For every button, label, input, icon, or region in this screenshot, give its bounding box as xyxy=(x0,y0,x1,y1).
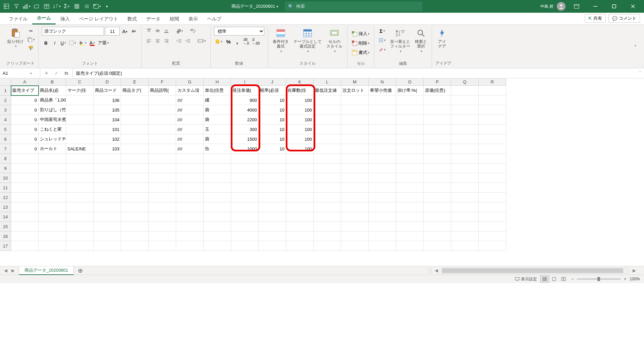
hscroll-right[interactable]: ▶ xyxy=(631,268,637,274)
cell[interactable] xyxy=(149,163,176,173)
maximize-button[interactable] xyxy=(606,0,622,13)
cell[interactable]: //// xyxy=(176,125,204,134)
page-layout-view-button[interactable] xyxy=(550,276,558,282)
cell[interactable] xyxy=(94,163,121,173)
cell[interactable] xyxy=(94,154,121,163)
cell[interactable] xyxy=(369,212,396,222)
cell[interactable] xyxy=(479,241,506,251)
cell[interactable] xyxy=(479,212,506,222)
cell[interactable] xyxy=(121,163,149,173)
hscroll-left[interactable]: ◀ xyxy=(433,268,439,274)
cell[interactable] xyxy=(341,163,369,173)
sheet-nav-prev[interactable]: ◀ xyxy=(3,268,9,274)
accounting-format-button[interactable]: 🪙▾ xyxy=(214,38,224,46)
col-header-C[interactable]: C xyxy=(66,78,94,86)
cell[interactable] xyxy=(286,212,314,222)
cell[interactable]: 102 xyxy=(94,134,121,144)
cell[interactable] xyxy=(396,163,424,173)
cell-reference-input[interactable] xyxy=(3,71,30,76)
cell[interactable]: こねくと家 リング xyxy=(39,125,66,134)
cell[interactable]: 103 xyxy=(94,144,121,154)
cell[interactable] xyxy=(231,212,259,222)
add-sheet-button[interactable]: ⊕ xyxy=(76,266,85,275)
cell[interactable] xyxy=(314,144,341,154)
cell[interactable]: 商品名(必 xyxy=(39,86,66,95)
col-header-L[interactable]: L xyxy=(314,78,341,86)
cell[interactable] xyxy=(11,212,39,222)
row-header-14[interactable]: 14 xyxy=(0,212,11,222)
cell[interactable] xyxy=(479,163,506,173)
cell[interactable] xyxy=(176,154,204,163)
cell[interactable] xyxy=(341,193,369,202)
col-header-A[interactable]: A xyxy=(11,78,39,86)
cancel-formula-button[interactable]: ✕ xyxy=(42,69,50,77)
cell[interactable] xyxy=(149,134,176,144)
cell[interactable] xyxy=(424,154,451,163)
cell[interactable]: //// xyxy=(176,105,204,115)
cell[interactable] xyxy=(204,241,231,251)
cell[interactable]: 10 xyxy=(259,95,286,105)
qat-table-icon[interactable] xyxy=(42,2,51,11)
cell[interactable] xyxy=(369,222,396,231)
col-header-B[interactable]: B xyxy=(39,78,66,86)
cell[interactable]: 商品コード xyxy=(94,86,121,95)
cell[interactable]: 106 xyxy=(94,95,121,105)
select-all-button[interactable] xyxy=(0,78,11,86)
cell[interactable] xyxy=(369,154,396,163)
zoom-slider[interactable] xyxy=(577,278,621,280)
qat-open-icon[interactable] xyxy=(32,2,41,11)
cell[interactable] xyxy=(259,212,286,222)
hscroll-thumb[interactable] xyxy=(442,268,623,273)
cell[interactable] xyxy=(176,163,204,173)
cell[interactable] xyxy=(341,202,369,212)
cells-area[interactable]: 販売タイプ商品名(必マーク(任商品コード商品タグ(商品説明(カスタム項単位(任意… xyxy=(11,86,506,251)
cut-button[interactable]: ✂ xyxy=(27,27,35,35)
cell[interactable] xyxy=(176,212,204,222)
cell[interactable]: 玉 xyxy=(204,125,231,134)
cell[interactable] xyxy=(424,212,451,222)
cell[interactable] xyxy=(396,212,424,222)
cell[interactable]: SALE/NE xyxy=(66,144,94,154)
cell[interactable] xyxy=(314,125,341,134)
cell[interactable] xyxy=(396,173,424,183)
cell[interactable] xyxy=(424,173,451,183)
cell[interactable]: //// xyxy=(176,134,204,144)
cell[interactable] xyxy=(341,173,369,183)
cell[interactable] xyxy=(424,241,451,251)
cell[interactable] xyxy=(149,125,176,134)
row-header-9[interactable]: 9 xyxy=(0,163,11,173)
tab-表示[interactable]: 表示 xyxy=(184,14,203,24)
cell[interactable] xyxy=(204,154,231,163)
cell[interactable] xyxy=(176,173,204,183)
cell[interactable] xyxy=(396,105,424,115)
cell[interactable] xyxy=(66,95,94,105)
cell[interactable] xyxy=(451,125,479,134)
cell[interactable] xyxy=(451,154,479,163)
cell[interactable] xyxy=(451,183,479,193)
copy-button[interactable]: ▾ xyxy=(27,36,35,44)
qat-chart-icon[interactable]: ▾ xyxy=(22,2,31,11)
cell[interactable]: 10 xyxy=(259,134,286,144)
zoom-level[interactable]: 100% xyxy=(630,277,640,281)
cell[interactable] xyxy=(341,212,369,222)
cell[interactable]: 4000 xyxy=(231,105,259,115)
cell[interactable]: 税率(必須 xyxy=(259,86,286,95)
spreadsheet-grid[interactable]: ABCDEFGHIJKLMNOPQR 123456789101112131415… xyxy=(0,78,644,266)
cell[interactable] xyxy=(286,202,314,212)
cell[interactable]: 105 xyxy=(94,105,121,115)
cell[interactable] xyxy=(479,144,506,154)
border-button[interactable]: ▾ xyxy=(68,39,77,47)
cell[interactable]: 0 xyxy=(11,95,39,105)
tab-数式[interactable]: 数式 xyxy=(123,14,142,24)
cell[interactable]: 商品タグ( xyxy=(121,86,149,95)
cell[interactable]: 中国産筍水煮 2kg xyxy=(39,115,66,125)
cell[interactable]: 単位(任意 xyxy=(204,86,231,95)
cell[interactable] xyxy=(369,134,396,144)
cell[interactable] xyxy=(369,231,396,241)
cell[interactable] xyxy=(176,222,204,231)
paste-button[interactable]: 貼り付け ▾ xyxy=(6,27,25,49)
cell[interactable] xyxy=(286,241,314,251)
cell[interactable] xyxy=(149,154,176,163)
cell[interactable] xyxy=(369,202,396,212)
format-painter-button[interactable] xyxy=(27,44,35,52)
